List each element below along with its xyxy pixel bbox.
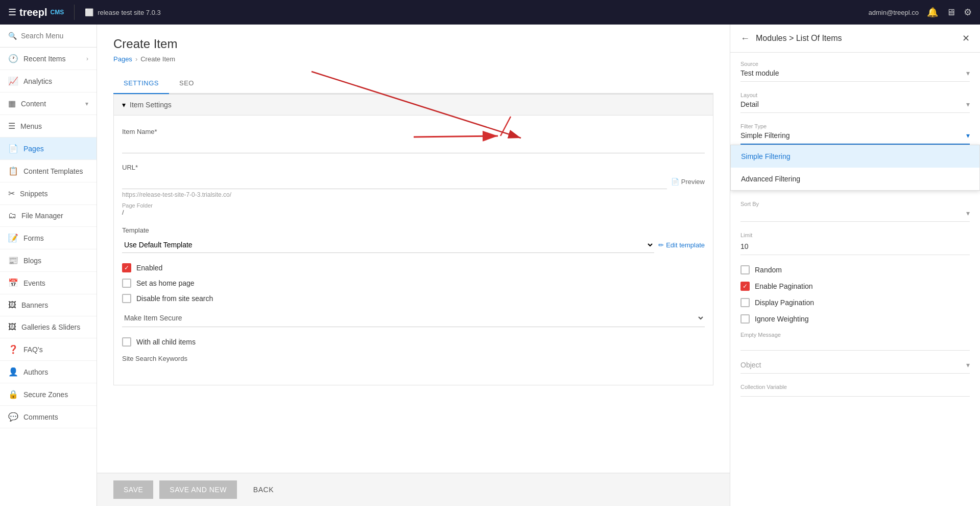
- edit-template-button[interactable]: ✏ Edit template: [658, 241, 705, 249]
- sidebar-item-forms[interactable]: 📝 Forms: [0, 227, 97, 249]
- sidebar-item-events[interactable]: 📅 Events: [0, 272, 97, 294]
- chevron-right-icon: ›: [86, 55, 88, 62]
- sidebar-item-snippets[interactable]: ✂ Snippets: [0, 182, 97, 205]
- sidebar-item-secure-zones[interactable]: 🔒 Secure Zones: [0, 383, 97, 406]
- enabled-checkbox[interactable]: [122, 263, 131, 272]
- filter-option-simple[interactable]: Simple Filtering: [731, 145, 979, 168]
- make-secure-select[interactable]: Make Item Secure: [122, 309, 705, 327]
- enable-pagination-row: Enable Pagination: [740, 282, 970, 291]
- pencil-icon: ✏: [658, 241, 664, 249]
- limit-input[interactable]: [740, 240, 970, 255]
- galleries-icon: 🖼: [8, 323, 16, 332]
- faqs-icon: ❓: [8, 344, 18, 354]
- source-dropdown-arrow: ▾: [966, 69, 970, 77]
- preview-button[interactable]: 📄 Preview: [671, 178, 705, 186]
- notification-icon[interactable]: 🔔: [927, 7, 938, 18]
- authors-icon: 👤: [8, 367, 18, 377]
- pages-icon: 📄: [8, 144, 18, 153]
- child-items-checkbox[interactable]: [122, 337, 131, 347]
- sidebar-item-authors[interactable]: 👤 Authors: [0, 361, 97, 383]
- tab-seo[interactable]: SEO: [169, 73, 204, 94]
- set-home-label: Set as home page: [136, 279, 195, 287]
- breadcrumb-parent[interactable]: Pages: [113, 55, 132, 63]
- sidebar-item-label: Analytics: [23, 77, 88, 85]
- tab-settings[interactable]: SETTINGS: [113, 73, 169, 94]
- site-icon: ⬜: [85, 8, 93, 16]
- filter-option-advanced[interactable]: Advanced Filtering: [731, 168, 979, 190]
- sidebar-item-content-templates[interactable]: 📋 Content Templates: [0, 160, 97, 182]
- random-checkbox[interactable]: [740, 265, 750, 274]
- panel-back-button[interactable]: ←: [740, 33, 750, 44]
- site-search-keywords-group: Site Search Keywords: [122, 355, 705, 362]
- layout-label: Layout: [740, 92, 970, 98]
- snippets-icon: ✂: [8, 189, 15, 198]
- sidebar-item-menus[interactable]: ☰ Menus: [0, 115, 97, 137]
- empty-message-field: Empty Message: [740, 332, 970, 351]
- limit-label: Limit: [740, 232, 970, 238]
- site-info: ⬜ release test site 7.0.3: [85, 8, 161, 16]
- sidebar-item-faqs[interactable]: ❓ FAQ's: [0, 338, 97, 361]
- checkbox-enabled-row: Enabled: [122, 263, 705, 272]
- disable-search-checkbox[interactable]: [122, 294, 131, 303]
- ignore-weighting-checkbox[interactable]: [740, 314, 750, 324]
- right-panel: ← Modules > List Of Items ✕ Source Test …: [730, 25, 980, 506]
- save-and-new-button[interactable]: SAVE AND NEW: [159, 480, 237, 499]
- sidebar-item-label: FAQ's: [23, 346, 88, 354]
- url-input[interactable]: [122, 174, 667, 189]
- sidebar-item-content[interactable]: ▦ Content ▾: [0, 93, 97, 115]
- sidebar-item-label: Snippets: [20, 190, 88, 198]
- forms-icon: 📝: [8, 233, 18, 243]
- breadcrumb-separator: ›: [135, 55, 137, 63]
- item-settings-header[interactable]: ▾ Item Settings: [113, 94, 713, 116]
- section-title: Item Settings: [130, 101, 172, 109]
- page-folder-label: Page Folder: [122, 202, 705, 209]
- source-field: Source Test module ▾: [740, 61, 970, 82]
- filter-type-value[interactable]: Simple Filtering: [740, 131, 966, 140]
- top-nav-right: admin@treepl.co 🔔 🖥 ⚙: [869, 7, 972, 18]
- bottom-bar: SAVE SAVE AND NEW BACK: [97, 473, 730, 506]
- template-select[interactable]: Use Default Template: [122, 237, 654, 253]
- sidebar-item-blogs[interactable]: 📰 Blogs: [0, 249, 97, 272]
- sidebar-item-analytics[interactable]: 📈 Analytics: [0, 70, 97, 93]
- chevron-down-icon: ▾: [85, 100, 88, 107]
- display-pagination-checkbox[interactable]: [740, 298, 750, 307]
- search-area[interactable]: 🔍: [0, 25, 97, 48]
- item-settings-body: Item Name* URL* 📄 Preview https://releas…: [113, 116, 713, 385]
- back-button[interactable]: BACK: [243, 480, 284, 499]
- tabs: SETTINGS SEO: [113, 73, 713, 94]
- collapse-icon: ▾: [122, 101, 126, 109]
- comments-icon: 💬: [8, 412, 18, 422]
- sidebar-item-file-manager[interactable]: 🗂 File Manager: [0, 205, 97, 227]
- sidebar-item-banners[interactable]: 🖼 Banners: [0, 294, 97, 316]
- top-nav: ☰ treepl CMS ⬜ release test site 7.0.3 a…: [0, 0, 980, 25]
- limit-field: Limit: [740, 232, 970, 255]
- random-label: Random: [755, 266, 782, 274]
- set-home-checkbox[interactable]: [122, 279, 131, 288]
- hamburger-icon[interactable]: ☰: [8, 7, 16, 18]
- analytics-icon: 📈: [8, 76, 18, 86]
- url-label: URL*: [122, 164, 705, 171]
- site-search-keywords-label: Site Search Keywords: [122, 355, 705, 362]
- sidebar-item-comments[interactable]: 💬 Comments: [0, 406, 97, 428]
- preview-icon: 📄: [671, 178, 679, 186]
- sidebar-item-galleries[interactable]: 🖼 Galleries & Sliders: [0, 316, 97, 338]
- enable-pagination-checkbox[interactable]: [740, 282, 750, 291]
- sidebar-item-recent-items[interactable]: 🕐 Recent Items ›: [0, 48, 97, 70]
- random-row: Random: [740, 265, 970, 274]
- enable-pagination-label: Enable Pagination: [755, 282, 813, 290]
- object-dropdown-arrow: ▾: [966, 361, 970, 369]
- sidebar-item-label: Blogs: [23, 257, 88, 265]
- page-folder-value: /: [122, 209, 705, 216]
- item-name-input[interactable]: [122, 139, 705, 153]
- save-button[interactable]: SAVE: [113, 480, 153, 499]
- collection-variable-field: Collection Variable: [740, 384, 970, 397]
- filter-type-field: Filter Type Simple Filtering ▾ Simple Fi…: [740, 123, 970, 191]
- sidebar-item-pages[interactable]: 📄 Pages: [0, 137, 97, 160]
- search-input[interactable]: [21, 32, 88, 40]
- settings-icon[interactable]: ⚙: [964, 7, 972, 18]
- filter-type-label: Filter Type: [740, 123, 970, 129]
- logo: ☰ treepl CMS: [8, 7, 64, 18]
- panel-close-button[interactable]: ✕: [962, 33, 970, 44]
- page-title: Create Item: [113, 37, 713, 51]
- display-icon[interactable]: 🖥: [946, 7, 955, 18]
